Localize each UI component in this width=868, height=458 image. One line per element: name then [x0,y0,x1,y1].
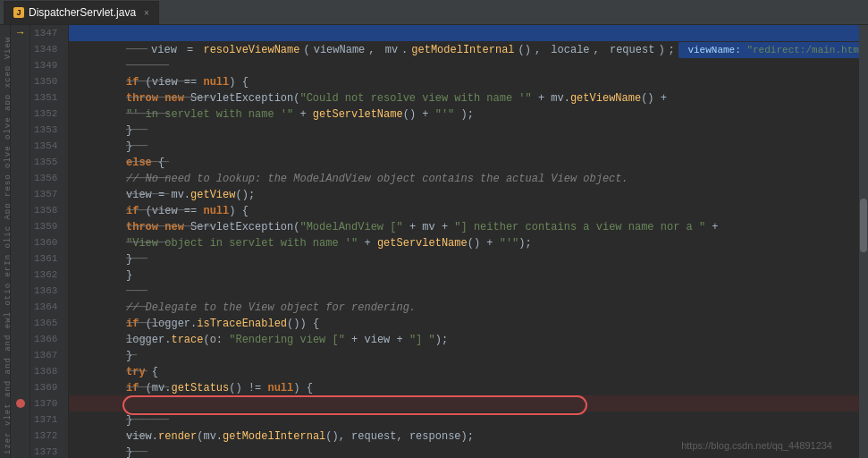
code-line-1362: ──── // Delegate to the View object for … [69,267,868,283]
tab-close-button[interactable]: × [144,8,149,18]
code-line-1370: ──────── view.render(mv.getModelInternal… [69,395,868,411]
code-line-1358: ──────────────── "View object in servlet… [69,202,868,218]
vertical-scrollbar[interactable] [859,25,868,458]
code-line-1347: ──── view = resolveViewName(viewName, mv… [69,25,868,41]
ln-1361: 1361 [34,250,61,267]
code-line-1349: ──────────── throw new ServletException(… [69,57,868,73]
code-line-1363: ──── if (logger.isTraceEnabled()) { [69,283,868,299]
code-line-1357: ──────────── throw new ServletException(… [69,186,868,202]
gutter-1360 [11,234,29,250]
gutter-1361 [11,250,29,267]
tab-bar: J DispatcherServlet.java × [0,0,868,25]
gutter-1350 [11,73,29,89]
ln-1355: 1355 [34,154,61,170]
code-line-1365: ──── } [69,315,868,331]
breakpoint-dot [16,399,25,408]
ln-1356: 1356 [34,170,61,186]
code-line-1371: ──── } [69,411,868,428]
gutter-1354 [11,138,29,154]
gutter-1353 [11,122,29,138]
code-line-1356: ──────── if (view == null) { [69,170,868,186]
code-line-1351: ──────── } [69,89,868,106]
ln-1357: 1357 [34,186,61,202]
gutter-1369 [11,379,29,395]
java-file-icon: J [13,7,24,18]
gutter-1351 [11,89,29,106]
gutter-1356 [11,170,29,186]
debug-arrow-1347: → [11,25,29,41]
ln-1370: 1370 [34,395,61,411]
code-line-1348: ──────── if (view == null) { [69,41,868,57]
ln-1367: 1367 [34,347,61,363]
code-line-1361 [69,250,868,267]
gutter-1371 [11,411,29,428]
ln-1369: 1369 [34,379,61,395]
code-line-1364: ──────── logger.trace(o: "Rendering view… [69,299,868,315]
ln-1362: 1362 [34,267,61,283]
gutter-1366 [11,331,29,347]
ln-1373: 1373 [34,444,61,458]
gutter-1349 [11,57,29,73]
ln-1360: 1360 [34,234,61,250]
active-tab[interactable]: J DispatcherServlet.java × [4,1,159,24]
ln-1352: 1352 [34,106,61,122]
gutter-1352 [11,106,29,122]
code-line-1366: ── try { [69,331,868,347]
ln-1351: 1351 [34,89,61,106]
gutter-1364 [11,299,29,315]
code-line-1369: ──── } [69,379,868,395]
ln-1358: 1358 [34,202,61,218]
gutter-1367 [11,347,29,363]
code-line-1352: ──── } [69,106,868,122]
ln-1353: 1353 [34,122,61,138]
code-line-1367: ──── if (mv.getStatus() != null) { [69,347,868,363]
code-line-1350: ──────────────── "' in servlet with name… [69,73,868,89]
ln-1347: 1347 [34,25,61,41]
ln-1363: 1363 [34,283,61,299]
editor-window: J DispatcherServlet.java × izer vlet and… [0,0,868,458]
line-numbers: 1347 1348 1349 1350 1351 1352 1353 1354 … [30,25,69,458]
gutter-1355 [11,154,29,170]
code-line-1368: ──────── response.setStatus(mv.getStatus… [69,363,868,379]
gutter-1358 [11,202,29,218]
code-line-1359: ──────── } [69,218,868,234]
code-area[interactable]: ──── view = resolveViewName(viewName, mv… [69,25,868,458]
editor-container: izer vlet and and and ewl otio erIn olic… [0,25,868,458]
ln-1368: 1368 [34,363,61,379]
sidebar-label-text: izer vlet and and and ewl otio erIn olic… [0,25,10,458]
code-line-1355: ──────── view = mv.getView(); [69,154,868,170]
gutter-1359 [11,218,29,234]
gutter-1368 [11,363,29,379]
gutter-1362 [11,267,29,283]
ln-1354: 1354 [34,138,61,154]
ln-1365: 1365 [34,315,61,331]
code-line-1354: ──────── // No need to lookup: the Model… [69,138,868,154]
code-line-1353: ──── else { [69,122,868,138]
scrollbar-thumb[interactable] [860,199,867,252]
ln-1349: 1349 [34,57,61,73]
gutter-1372 [11,428,29,444]
ln-1371: 1371 [34,411,61,428]
gutter-1373 [11,444,29,458]
tab-filename: DispatcherServlet.java [29,6,136,19]
watermark: https://blog.csdn.net/qq_44891234 [681,440,832,451]
breakpoint-1370[interactable] [11,395,29,411]
gutter-breakpoints: → [11,25,30,458]
gutter-1348 [11,41,29,57]
gutter-1365 [11,315,29,331]
sidebar-labels: izer vlet and and and ewl otio erIn olic… [0,25,11,458]
code-line-1360: ──── } [69,234,868,250]
gutter-1363 [11,283,29,299]
gutter-1357 [11,186,29,202]
ln-1359: 1359 [34,218,61,234]
ln-1348: 1348 [34,41,61,57]
ln-1364: 1364 [34,299,61,315]
ln-1366: 1366 [34,331,61,347]
ln-1350: 1350 [34,73,61,89]
ln-1372: 1372 [34,428,61,444]
